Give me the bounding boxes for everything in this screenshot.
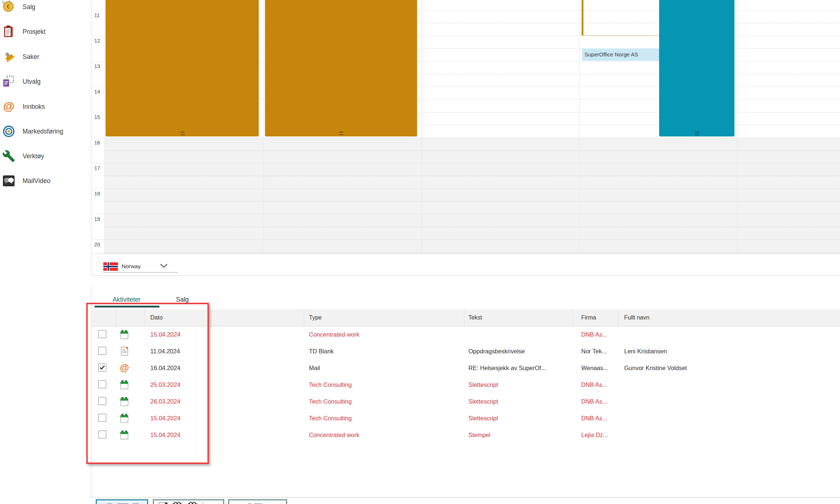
calendar-panel[interactable]: 11121314151617181920 SuperOffice Norge A…: [91, 0, 840, 276]
tab-aktiviteter[interactable]: Aktiviteter: [113, 293, 141, 306]
sidebar-item-label: Verktøy: [23, 152, 44, 160]
sidebar: €SalgProsjektSakerUtvalg@InnboksMarkedsf…: [0, 0, 91, 504]
calendar-icon: [119, 329, 130, 340]
sidebar-item-markedsføring[interactable]: Markedsføring: [2, 125, 90, 138]
column-header-Tekst[interactable]: Tekst: [468, 309, 570, 326]
sidebar-item-label: Saker: [23, 53, 39, 61]
bottom-view-button-1[interactable]: [96, 499, 148, 504]
row-company: Wenaas...: [581, 360, 615, 376]
calendar-icon: [119, 413, 130, 423]
resize-handle[interactable]: [339, 132, 343, 135]
activity-row[interactable]: 25.03.2024Tech ConsultingSlettescriptDNB…: [91, 376, 840, 393]
country-selector-underline: [103, 272, 178, 273]
checkbox-unchecked[interactable]: [98, 347, 106, 355]
inbox-at-icon: @: [2, 100, 15, 113]
column-header-Dato[interactable]: Dato: [150, 309, 302, 326]
norway-flag-icon: [103, 262, 118, 271]
sidebar-item-saker[interactable]: Saker: [2, 50, 90, 63]
checkbox-checked[interactable]: [98, 364, 106, 372]
hour-line: [92, 214, 840, 214]
appointment-block[interactable]: [265, 0, 417, 136]
row-text: Oppdragsbeskrivelse: [468, 343, 570, 360]
column-separator: [304, 309, 304, 326]
sidebar-item-verktøy[interactable]: Verktøy: [2, 150, 90, 163]
sidebar-item-label: MailVideo: [23, 177, 51, 185]
row-text: Slettescript: [468, 410, 570, 426]
column-separator: [116, 309, 116, 326]
day-column-line: [737, 0, 738, 254]
day-column-line: [264, 0, 264, 254]
bottom-view-button-2[interactable]: [153, 499, 224, 504]
appointment-block[interactable]: [106, 0, 259, 136]
row-type: Concentrated work: [309, 426, 461, 443]
row-company: DNB As...: [581, 326, 615, 343]
row-date: 16.04.2024: [150, 360, 301, 376]
activity-row[interactable]: 26.03.2024Tech ConsultingSlettescriptDNB…: [91, 393, 840, 410]
day-column-line: [579, 0, 580, 254]
sidebar-item-utvalg[interactable]: Utvalg: [2, 75, 90, 88]
sidebar-item-label: Innboks: [23, 103, 45, 111]
row-text: RE: Helsesjekk av SuperOf...: [468, 360, 570, 376]
country-selector[interactable]: Norway: [103, 259, 168, 274]
row-date: 15.04.2024: [150, 410, 301, 426]
sidebar-item-prosjekt[interactable]: Prosjekt: [2, 25, 90, 38]
active-tab-underline: [95, 306, 159, 307]
sidebar-item-salg[interactable]: €Salg: [2, 0, 90, 13]
hour-line: [92, 239, 840, 240]
column-header-Fullt navn[interactable]: Fullt navn: [624, 309, 838, 326]
checkbox-unchecked[interactable]: [98, 330, 106, 338]
row-date: 25.03.2024: [150, 376, 301, 393]
resize-handle[interactable]: [695, 132, 699, 135]
bottom-view-button-3[interactable]: [228, 499, 287, 504]
company-label[interactable]: SuperOffice Norge AS: [582, 48, 659, 61]
svg-text:@: @: [120, 363, 129, 373]
divider: [203, 502, 203, 504]
activity-row[interactable]: @16.04.2024MailRE: Helsesjekk av SuperOf…: [91, 360, 840, 376]
row-fullname: [624, 393, 837, 410]
day-column-line: [421, 0, 422, 254]
column-separator: [572, 309, 573, 326]
panel-bottom-border: [90, 497, 840, 497]
checkbox-unchecked[interactable]: [98, 414, 106, 422]
activity-row[interactable]: 15.04.2024Concentrated workDNB As...: [91, 326, 840, 343]
tentative-time-bar: [582, 0, 583, 35]
appointment-block[interactable]: [659, 0, 734, 136]
row-fullname: Gunvor Kristine Voldset: [624, 360, 837, 376]
hour-label: 17: [94, 165, 104, 171]
appointment-tentative[interactable]: [582, 0, 658, 36]
sales-coin-icon: €: [2, 0, 15, 13]
half-hour-line: [104, 227, 840, 227]
sidebar-item-label: Prosjekt: [23, 28, 45, 36]
resize-handle[interactable]: [181, 132, 185, 135]
sidebar-item-innboks[interactable]: @Innboks: [2, 100, 90, 113]
row-date: 15.04.2024: [150, 426, 301, 443]
sidebar-item-label: Markedsføring: [23, 128, 63, 135]
row-type: Mail: [309, 360, 461, 376]
column-header-Type[interactable]: Type: [309, 309, 462, 326]
activity-row[interactable]: 15.04.2024Tech ConsultingSlettescriptDNB…: [91, 410, 840, 426]
hour-label: 15: [94, 114, 104, 120]
row-text: Slettescript: [468, 393, 570, 410]
hour-line: [92, 163, 840, 163]
checkbox-unchecked[interactable]: [98, 397, 106, 405]
activity-row[interactable]: 15.04.2024Concentrated workStempelLejla …: [91, 426, 840, 443]
row-company: Lejla Dz...: [581, 426, 615, 443]
row-type: Tech Consulting: [309, 410, 461, 426]
row-company: Nor Tek...: [581, 343, 615, 360]
sidebar-item-mailvideo[interactable]: MailVideo: [2, 174, 90, 187]
hour-label: 12: [94, 38, 104, 44]
superoffice-diary-screen: €SalgProsjektSakerUtvalg@InnboksMarkedsf…: [0, 0, 840, 504]
checkbox-unchecked[interactable]: [98, 430, 106, 438]
mailvideo-chat-icon: [2, 174, 15, 187]
column-header-Firma[interactable]: Firma: [581, 309, 616, 326]
tab-salg[interactable]: Salg: [176, 293, 189, 306]
offhours-background: [104, 138, 840, 254]
project-clipboard-icon: [2, 25, 15, 38]
checkbox-unchecked[interactable]: [98, 380, 106, 388]
activities-panel: Aktiviteter Salg DatoTypeTekstFirmaFullt…: [91, 287, 840, 497]
hour-label: 16: [94, 140, 104, 146]
activity-row[interactable]: 11.04.2024TD BlankOppdragsbeskrivelseNor…: [91, 343, 840, 360]
email-at-icon: @: [119, 363, 130, 373]
column-separator: [618, 309, 618, 326]
sidebar-item-label: Utvalg: [23, 78, 41, 86]
